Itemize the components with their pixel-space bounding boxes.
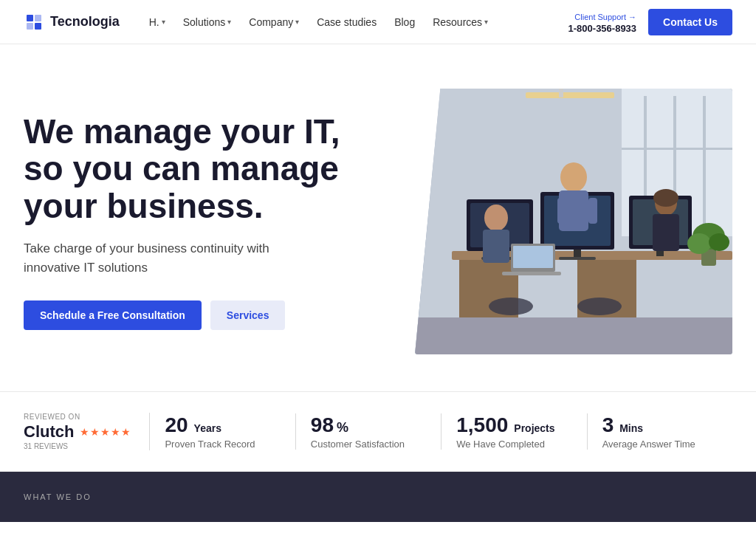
- chevron-down-icon: ▾: [484, 18, 488, 26]
- svg-point-33: [484, 205, 508, 231]
- hero-buttons: Schedule a Free Consultation Services: [24, 300, 363, 330]
- svg-rect-0: [27, 15, 33, 21]
- svg-rect-36: [513, 246, 553, 268]
- svg-point-31: [653, 189, 678, 207]
- stat-response-label: Average Answer Time: [602, 439, 718, 450]
- svg-point-44: [577, 298, 622, 315]
- stat-satisfaction-number: 98 %: [311, 413, 426, 437]
- hero-section: We manage your IT, so you can manage you…: [0, 44, 756, 391]
- chevron-down-icon: ▾: [227, 18, 231, 26]
- stat-years-label: Proven Track Record: [165, 439, 280, 450]
- nav-item-solutions[interactable]: Solutions ▾: [183, 16, 232, 28]
- nav-item-company[interactable]: Company ▾: [249, 16, 299, 28]
- stat-projects: 1,500 Projects We Have Completed: [441, 413, 587, 450]
- hero-content: We manage your IT, so you can manage you…: [24, 113, 363, 331]
- chevron-down-icon: ▾: [295, 18, 299, 26]
- clutch-name: Clutch: [24, 422, 74, 441]
- stat-response-number: 3 Mins: [602, 413, 718, 437]
- svg-rect-42: [415, 317, 732, 354]
- svg-point-43: [489, 298, 533, 315]
- logo-icon: [24, 12, 44, 32]
- nav-right: Client Support → 1-800-356-8933 Contact …: [568, 9, 732, 35]
- client-support: Client Support → 1-800-356-8933: [568, 10, 637, 34]
- clutch-review: REVIEWED ON Clutch ★★★★★ 31 REVIEWS: [24, 413, 150, 450]
- what-we-do-section: WHAT WE DO: [0, 472, 756, 522]
- svg-point-40: [687, 233, 711, 254]
- stat-years: 20 Years Proven Track Record: [150, 413, 295, 450]
- stat-satisfaction-label: Customer Satisfaction: [311, 439, 426, 450]
- svg-rect-3: [35, 23, 41, 30]
- stat-projects-number: 1,500 Projects: [456, 413, 571, 437]
- svg-rect-1: [35, 15, 41, 21]
- brand-name: Tecnologia: [50, 14, 120, 30]
- svg-rect-9: [622, 148, 732, 150]
- svg-rect-8: [703, 96, 706, 229]
- hero-image: [363, 89, 732, 354]
- svg-rect-37: [502, 272, 561, 275]
- hero-office-photo: [415, 89, 732, 354]
- reviews-count: 31 REVIEWS: [24, 442, 131, 450]
- nav-links: H. ▾ Solutions ▾ Company ▾ Case studies …: [149, 16, 568, 28]
- stat-years-number: 20 Years: [165, 413, 280, 437]
- cta-secondary-button[interactable]: Services: [210, 300, 286, 330]
- clutch-row: Clutch ★★★★★: [24, 422, 131, 441]
- contact-button[interactable]: Contact Us: [648, 9, 732, 35]
- svg-rect-28: [557, 198, 566, 224]
- nav-item-case-studies[interactable]: Case studies: [317, 16, 377, 28]
- svg-rect-2: [27, 23, 33, 30]
- svg-rect-11: [559, 89, 563, 97]
- svg-point-41: [709, 233, 729, 251]
- office-illustration: [415, 89, 732, 354]
- nav-item-resources[interactable]: Resources ▾: [433, 16, 488, 28]
- svg-rect-32: [653, 214, 679, 251]
- client-support-link[interactable]: Client Support →: [574, 13, 636, 21]
- hero-subtitle: Take charge of your business continuity …: [24, 239, 289, 277]
- svg-rect-29: [588, 198, 597, 224]
- stat-satisfaction: 98 % Customer Satisfaction: [296, 413, 441, 450]
- stat-projects-label: We Have Completed: [456, 439, 571, 450]
- hero-title: We manage your IT, so you can manage you…: [24, 113, 363, 225]
- stars-icon: ★★★★★: [80, 426, 131, 438]
- svg-rect-34: [483, 230, 509, 263]
- nav-item-h[interactable]: H. ▾: [149, 16, 165, 28]
- logo[interactable]: Tecnologia: [24, 12, 120, 32]
- client-phone: 1-800-356-8933: [568, 23, 637, 34]
- svg-rect-10: [526, 92, 614, 98]
- reviewed-on-label: REVIEWED ON: [24, 413, 131, 421]
- svg-point-26: [560, 162, 587, 192]
- svg-rect-22: [559, 257, 596, 260]
- chevron-down-icon: ▾: [162, 18, 165, 26]
- navbar: Tecnologia H. ▾ Solutions ▾ Company ▾ Ca…: [0, 0, 756, 44]
- nav-item-blog[interactable]: Blog: [394, 16, 415, 28]
- what-we-do-label: WHAT WE DO: [24, 492, 92, 501]
- cta-primary-button[interactable]: Schedule a Free Consultation: [24, 300, 202, 330]
- stats-bar: REVIEWED ON Clutch ★★★★★ 31 REVIEWS 20 Y…: [0, 391, 756, 472]
- stat-response: 3 Mins Average Answer Time: [588, 413, 732, 450]
- svg-rect-21: [574, 250, 581, 257]
